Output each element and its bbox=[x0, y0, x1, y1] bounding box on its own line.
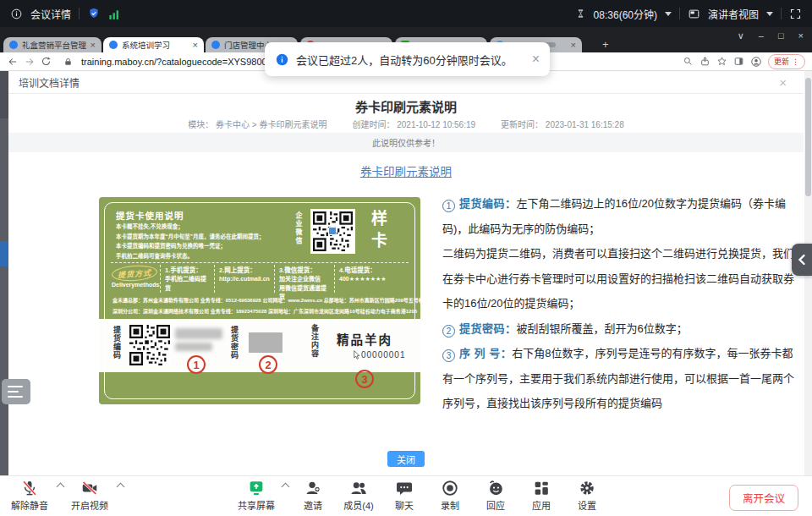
info-icon[interactable] bbox=[10, 8, 23, 20]
meta-created: 创建时间： 2021-10-12 10:56:19 bbox=[352, 118, 475, 130]
members-button[interactable]: 成员(4) bbox=[337, 479, 380, 512]
site-favicon bbox=[9, 41, 18, 49]
modal-title: 培训文档详情 bbox=[19, 75, 80, 90]
pickup-qr-code bbox=[129, 325, 170, 365]
password-label: 提货密码 bbox=[230, 326, 238, 360]
toast-message: 会议已超过2人，自动转为60分钟限时会议。 bbox=[296, 52, 513, 68]
share-options-icon[interactable] bbox=[282, 483, 290, 491]
refresh-icon[interactable] bbox=[41, 56, 52, 67]
browser-update-button[interactable]: 更新 ⋮ bbox=[768, 54, 805, 69]
update-label: 更新 bbox=[774, 56, 789, 67]
desc-item-1-cont: 二维码为提货二维码，消费者可以直接扫这个二维码进行兑换提货，我们在券卡中心进行券… bbox=[442, 241, 798, 316]
view-mode-label[interactable]: 演讲者视图 bbox=[708, 7, 759, 21]
delivery-methods-row: 提货方式 Deliverymethods 1.手机提货： 手机拍二维码提货 2.… bbox=[107, 265, 414, 293]
stamp-text-en: Deliverymethods bbox=[112, 282, 156, 288]
wechat-vertical-label: 企业微信 bbox=[294, 211, 301, 245]
meeting-top-bar: 会议详情 08:36(60分钟) 演讲者视图 bbox=[0, 0, 812, 27]
panel-collapse-handle[interactable] bbox=[792, 244, 812, 276]
tab-label: 系统培训学习 bbox=[122, 39, 170, 51]
sample-card-label: 样卡 bbox=[370, 210, 386, 254]
scrollbar-thumb[interactable] bbox=[805, 78, 811, 196]
usage-line: 手机拍二维码可查询券卡状态。 bbox=[116, 251, 285, 261]
catalogue-toggle-button[interactable] bbox=[2, 379, 30, 404]
gear-icon bbox=[578, 479, 596, 497]
screen-share-icon bbox=[247, 479, 266, 497]
collapsed-sidebar[interactable] bbox=[0, 71, 8, 475]
card-usage-lines: 本卡概不挂失,不兑换现金； 本卡提货期为本年度“月中旬至”月底，请务必在此期间提… bbox=[116, 222, 285, 261]
share-page-icon[interactable] bbox=[700, 56, 710, 67]
usage-line: 本卡提货期为本年度“月中旬至”月底，请务必在此期间提货； bbox=[116, 232, 285, 242]
browser-tab-2-active[interactable]: 系统培训学习 × bbox=[103, 37, 204, 52]
tab-close-icon[interactable]: × bbox=[571, 41, 576, 50]
card-usage-title: 提货卡使用说明 bbox=[116, 209, 184, 222]
unmute-button[interactable]: 解除静音 bbox=[8, 479, 51, 512]
tab-close-icon[interactable]: × bbox=[91, 41, 96, 50]
scratch-area bbox=[249, 332, 283, 353]
desc-item-3: 3序 列 号：右下角8位数字，序列号是连号的有序数字，每一张券卡都有一个序列号，… bbox=[442, 341, 798, 416]
timer-dropdown-icon[interactable] bbox=[665, 12, 672, 16]
method-2: 2.网上提货： http://e.cutmall.cn bbox=[214, 265, 274, 293]
chat-bubble-icon bbox=[395, 479, 414, 497]
browser-tab-1[interactable]: 礼盒营销平台管理中心 × bbox=[3, 37, 102, 52]
company-line: 深圳分公司：深圳金禾通网络技术有限公司 业务专线：18923475028 深圳地… bbox=[112, 306, 410, 317]
document-title: 券卡印刷元素说明 bbox=[8, 97, 804, 115]
view-dropdown-icon[interactable] bbox=[766, 12, 773, 16]
method-1: 1.手机提货： 手机拍二维码提货 bbox=[160, 265, 214, 293]
invite-button[interactable]: 邀请 bbox=[292, 479, 334, 512]
toast-close-icon[interactable]: × bbox=[532, 52, 540, 66]
meeting-details-label[interactable]: 会议详情 bbox=[30, 7, 71, 21]
mic-options-icon[interactable] bbox=[57, 483, 65, 491]
profile-avatar-icon[interactable] bbox=[750, 56, 762, 68]
window-minimize-icon[interactable]: – bbox=[759, 30, 764, 41]
video-options-icon[interactable] bbox=[117, 483, 125, 491]
settings-button[interactable]: 设置 bbox=[566, 479, 608, 512]
start-video-button[interactable]: 开启视频 bbox=[69, 479, 111, 512]
security-shield-icon[interactable] bbox=[87, 7, 101, 20]
chat-button[interactable]: 聊天 bbox=[383, 479, 425, 512]
kebab-menu-icon[interactable]: ⋮ bbox=[792, 58, 799, 66]
new-tab-button[interactable]: + bbox=[602, 38, 609, 51]
desc-item-2: 2提货密码：被刮刮银所覆盖，刮开为6位数字； bbox=[442, 316, 798, 342]
meta-module: 模块： 券卡中心 > 券卡印刷元素说明 bbox=[188, 118, 326, 130]
site-favicon bbox=[211, 41, 220, 49]
window-maximize-icon[interactable]: □ bbox=[778, 30, 784, 41]
info-icon bbox=[275, 52, 289, 67]
reactions-button[interactable]: 回应 bbox=[475, 479, 517, 512]
network-signal-icon[interactable] bbox=[108, 8, 120, 20]
description-text: 1提货编码：左下角二维码边上的16位/20位数字为提货编码（券卡编码)，此编码为… bbox=[442, 191, 798, 416]
training-doc-modal: 培训文档详情 × 券卡印刷元素说明 模块： 券卡中心 > 券卡印刷元素说明 创建… bbox=[8, 71, 804, 475]
voucher-card-image: 提货卡使用说明 本卡概不挂失,不兑换现金； 本卡提货期为本年度“月中旬至”月底，… bbox=[99, 197, 420, 404]
window-menu-icon[interactable]: ∨ bbox=[738, 30, 744, 41]
divider bbox=[679, 8, 680, 19]
shared-screen-page: 培训文档详情 × 券卡印刷元素说明 模块： 券卡中心 > 券卡印刷元素说明 创建… bbox=[0, 71, 812, 475]
window-close-icon[interactable]: × bbox=[798, 30, 804, 41]
tab-close-icon[interactable]: × bbox=[193, 41, 198, 50]
side-panel-icon[interactable] bbox=[733, 56, 744, 67]
serial-number: 00000001 bbox=[353, 350, 406, 360]
back-icon[interactable] bbox=[7, 56, 19, 68]
sidebar-active-item bbox=[0, 241, 8, 266]
fullscreen-icon[interactable] bbox=[789, 8, 802, 20]
invite-person-icon bbox=[304, 479, 322, 497]
zoom-page-icon[interactable] bbox=[683, 56, 694, 67]
meeting-toolbar: 解除静音 开启视频 共享屏幕 bbox=[0, 475, 812, 516]
forward-icon[interactable] bbox=[24, 56, 36, 68]
apps-button[interactable]: 应用 bbox=[520, 479, 562, 512]
close-doc-button[interactable]: 关闭 bbox=[387, 451, 425, 467]
meta-updated: 更新时间： 2023-01-31 16:15:28 bbox=[501, 118, 624, 130]
note-label: 备注内容 bbox=[310, 324, 318, 358]
bookmark-star-icon[interactable] bbox=[716, 56, 727, 67]
leave-meeting-button[interactable]: 离开会议 bbox=[729, 485, 798, 511]
modal-close-icon[interactable]: × bbox=[779, 75, 787, 90]
record-icon bbox=[441, 479, 459, 497]
divider bbox=[79, 8, 80, 19]
section-heading: 券卡印刷元素说明 bbox=[8, 162, 804, 179]
company-info: 金禾通总部：苏州金禾通软件有限公司 业务专线：0512-69636928 公司网… bbox=[112, 295, 410, 316]
code-label: 提货编码 bbox=[112, 326, 120, 360]
apps-grid-icon bbox=[532, 479, 551, 497]
share-screen-button[interactable]: 共享屏幕 bbox=[235, 479, 277, 512]
chevron-left-icon bbox=[798, 254, 806, 266]
meeting-timer: 08:36(60分钟) bbox=[594, 7, 657, 21]
record-button[interactable]: 录制 bbox=[429, 479, 471, 512]
reaction-smiley-icon bbox=[486, 479, 505, 497]
